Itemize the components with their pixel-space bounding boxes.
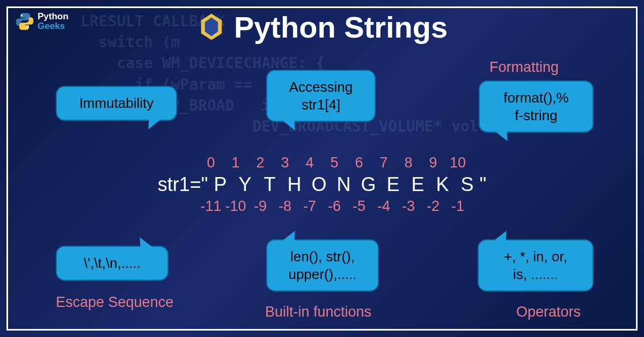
label-formatting: Formatting	[489, 59, 559, 76]
bubble-ops-l1: +, *, in, or,	[492, 248, 580, 266]
string-index-diagram: 012345678910 str1="PYTHONGEEKS" -11-10-9…	[0, 155, 644, 215]
positive-index-row: 012345678910	[0, 155, 644, 171]
string-value-row: str1="PYTHONGEEKS"	[0, 173, 644, 196]
bubble-immutability: Immutability	[56, 86, 177, 121]
title-icon	[196, 12, 226, 42]
page-title: Python Strings	[0, 10, 644, 45]
bubble-format-l2: f-string	[493, 107, 580, 124]
negative-index-row: -11-10-9-8-7-6-5-4-3-2-1	[0, 198, 644, 215]
bubble-format: format(),% f-string	[479, 80, 594, 133]
bubble-format-l1: format(),%	[493, 89, 580, 107]
bubble-immutability-text: Immutability	[79, 95, 154, 111]
bubble-accessing: Accessing str1[4]	[266, 70, 376, 122]
bubble-builtin-l1: len(), str(),	[280, 248, 365, 266]
bubble-operators: +, *, in, or, is, .......	[478, 239, 594, 291]
label-builtin: Built-in functions	[265, 304, 371, 320]
bubble-escape-text: \',\t,\n,.....	[84, 255, 141, 271]
bubble-builtin-l2: upper(),.....	[280, 266, 365, 283]
label-operators: Operators	[516, 304, 581, 320]
bubble-accessing-l2: str1[4]	[280, 96, 362, 114]
bubble-accessing-l1: Accessing	[280, 78, 362, 96]
title-text: Python Strings	[234, 10, 448, 44]
bubble-builtin: len(), str(), upper(),.....	[266, 239, 379, 291]
bubble-escape: \',\t,\n,.....	[56, 246, 169, 281]
bubble-ops-l2: is, .......	[492, 266, 580, 283]
label-escape: Escape Sequence	[56, 294, 173, 311]
